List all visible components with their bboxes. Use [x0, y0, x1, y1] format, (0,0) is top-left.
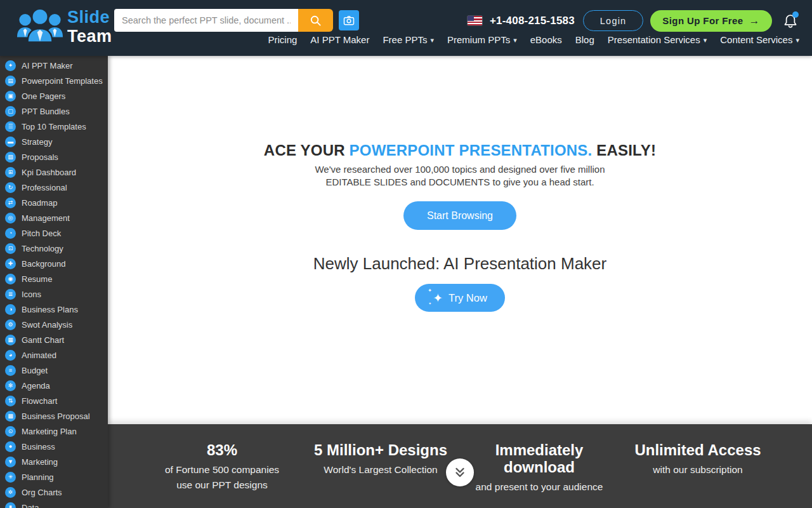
nav-item-label: Free PPTs — [383, 34, 427, 45]
sidebar-item-label: Background — [22, 259, 65, 269]
nav-item-ebooks[interactable]: eBooks — [530, 34, 562, 45]
ai-ppt-maker-icon: ✦ — [5, 60, 16, 71]
sidebar-item-proposals[interactable]: ▧ Proposals — [0, 149, 108, 164]
try-now-button[interactable]: ✦ Try Now — [415, 284, 505, 312]
nav-item-label: Pricing — [268, 34, 297, 45]
search-button[interactable] — [298, 9, 333, 32]
hero-title-highlight: POWERPOINT PRESENTATIONS. — [350, 142, 593, 159]
templates-icon: ▤ — [5, 76, 16, 86]
sidebar-item-kpi-dashboard[interactable]: ⊞ Kpi Dashboard — [0, 164, 108, 180]
sidebar-item-strategy[interactable]: ▬ Strategy — [0, 134, 108, 149]
logo-text-slide: Slide — [67, 9, 112, 26]
sidebar-item-ppt-bundles[interactable]: ▢ PPT Bundles — [0, 104, 108, 119]
sidebar-item-one-pagers[interactable]: ▣ One Pagers — [0, 88, 108, 104]
signup-button[interactable]: Sign Up For Free → — [650, 10, 772, 32]
sidebar-icon-glyph: ▧ — [8, 154, 13, 160]
marketing-plan-search-icon: ⊙ — [5, 426, 16, 437]
sidebar-item-label: Marketing — [22, 457, 58, 467]
sidebar-item-agenda[interactable]: ✻ Agenda — [0, 378, 108, 393]
sidebar-item-budget[interactable]: ≡ Budget — [0, 363, 108, 378]
data-bars-icon: ▮ — [5, 502, 16, 508]
sidebar-item-powerpoint-templates[interactable]: ▤ Powerpoint Templates — [0, 73, 108, 88]
sidebar-icon-glyph: ☰ — [8, 124, 13, 130]
nav-item-content-services[interactable]: Content Services ▾ — [720, 34, 799, 45]
hero-title-post: EASILY! — [596, 142, 656, 159]
top-list-icon: ☰ — [5, 121, 16, 132]
sidebar-item-professional[interactable]: ↻ Professional — [0, 180, 108, 195]
budget-list-icon: ≡ — [5, 365, 16, 376]
sidebar-item-data[interactable]: ▮ Data — [0, 500, 108, 508]
nav-item-pricing[interactable]: Pricing — [268, 34, 297, 45]
slideteam-homepage: Slide Team +1-408-215-15 — [0, 0, 812, 508]
kpi-dashboard-icon: ⊞ — [5, 167, 16, 178]
nav-item-label: AI PPT Maker — [310, 34, 369, 45]
stat-title: 83% — [143, 441, 301, 458]
sidebar-item-marketing[interactable]: ▼ Marketing — [0, 454, 108, 469]
nav-item-ai-ppt-maker[interactable]: AI PPT Maker — [310, 34, 369, 45]
nav-item-blog[interactable]: Blog — [575, 34, 594, 45]
sidebar-item-resume[interactable]: ◉ Resume — [0, 271, 108, 286]
image-search-button[interactable] — [339, 10, 359, 30]
sidebar-item-background[interactable]: ✚ Background — [0, 256, 108, 271]
icons-list-icon: ≣ — [5, 289, 16, 300]
sidebar-item-business-plans[interactable]: ◑ Business Plans — [0, 302, 108, 317]
business-people-icon: ● — [5, 441, 16, 452]
sidebar-item-icons[interactable]: ≣ Icons — [0, 286, 108, 302]
nav-item-label: Presentation Services — [608, 34, 700, 45]
sidebar-item-ai-ppt-maker[interactable]: ✦ AI PPT Maker — [0, 58, 108, 73]
gauge-icon: ◔ — [5, 228, 16, 239]
sidebar-icon-glyph: ▣ — [8, 93, 13, 99]
sidebar-item-gantt-chart[interactable]: ▦ Gantt Chart — [0, 332, 108, 347]
management-ring-icon: ◎ — [5, 213, 16, 224]
sidebar-icon-glyph: ⊞ — [8, 170, 13, 175]
swot-gear-icon: ⚙ — [5, 319, 16, 330]
sidebar-item-pitch-deck[interactable]: ◔ Pitch Deck — [0, 225, 108, 241]
sidebar-icon-glyph: ▬ — [8, 139, 13, 145]
sidebar-item-business[interactable]: ● Business — [0, 439, 108, 454]
phone-number: +1-408-215-1583 — [490, 15, 575, 27]
nav-item-presentation-services[interactable]: Presentation Services ▾ — [608, 34, 707, 45]
business-plan-pie-icon: ◑ — [5, 304, 16, 315]
logo-people-icon — [16, 6, 63, 48]
sidebar-icon-glyph: ▢ — [8, 109, 13, 114]
expand-stats-button[interactable] — [446, 458, 474, 486]
sidebar-item-top-10-templates[interactable]: ☰ Top 10 Templates — [0, 119, 108, 134]
technology-chip-icon: ⊡ — [5, 243, 16, 254]
sidebar-item-roadmap[interactable]: ⇄ Roadmap — [0, 195, 108, 210]
sidebar-item-label: Data — [22, 503, 39, 508]
nav-item-premium-ppts[interactable]: Premium PPTs ▾ — [447, 34, 517, 45]
start-browsing-button[interactable]: Start Browsing — [403, 201, 516, 230]
sidebar-icon-glyph: ▦ — [8, 337, 13, 343]
bundle-file-icon: ▢ — [5, 106, 16, 117]
main-nav: Pricing AI PPT Maker Free PPTs ▾ Premium… — [268, 34, 799, 45]
logo[interactable]: Slide Team — [16, 6, 112, 48]
sidebar-item-swot-analysis[interactable]: ⚙ Swot Analysis — [0, 317, 108, 332]
double-chevron-down-icon — [452, 464, 468, 481]
flowchart-icon: ⇅ — [5, 396, 16, 406]
sidebar-icon-glyph: ◑ — [9, 307, 12, 312]
sidebar-item-technology[interactable]: ⊡ Technology — [0, 241, 108, 256]
sidebar-item-flowchart[interactable]: ⇅ Flowchart — [0, 393, 108, 408]
try-now-label: Try Now — [449, 292, 487, 304]
main-content: ACE YOUR POWERPOINT PRESENTATIONS. EASIL… — [108, 56, 812, 508]
sidebar-item-management[interactable]: ◎ Management — [0, 210, 108, 225]
sidebar-item-planning[interactable]: ✳ Planning — [0, 469, 108, 485]
strategy-board-icon: ▬ — [5, 137, 16, 147]
sidebar-item-label: Budget — [22, 366, 48, 375]
sidebar-item-label: Marketing Plan — [22, 427, 77, 436]
logo-text-team: Team — [67, 28, 112, 45]
sidebar-item-label: Business — [22, 442, 55, 451]
login-button[interactable]: Login — [583, 10, 643, 31]
search-input[interactable] — [114, 9, 298, 32]
sidebar-item-org-charts[interactable]: ✲ Org Charts — [0, 485, 108, 500]
sidebar-item-label: Strategy — [22, 137, 52, 147]
professional-icon: ↻ — [5, 182, 16, 193]
stat-item: 83% of Fortune 500 companies use our PPT… — [143, 441, 301, 508]
nav-item-free-ppts[interactable]: Free PPTs ▾ — [383, 34, 434, 45]
sidebar-item-animated[interactable]: ◕ Animated — [0, 347, 108, 363]
sidebar-icon-glyph: ◔ — [9, 231, 12, 236]
sidebar-item-marketing-plan[interactable]: ⊙ Marketing Plan — [0, 424, 108, 439]
notification-bell-icon[interactable] — [783, 13, 798, 29]
search-icon — [310, 15, 322, 27]
sidebar-item-business-proposal[interactable]: ▩ Business Proposal — [0, 408, 108, 424]
